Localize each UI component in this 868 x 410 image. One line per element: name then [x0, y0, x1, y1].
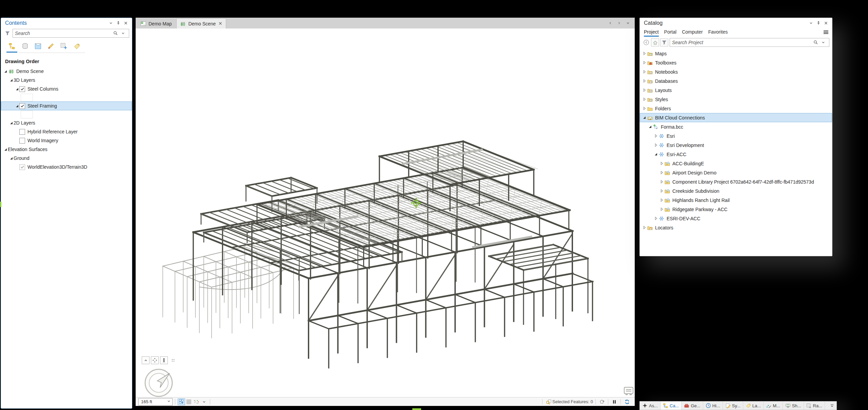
- collapsed-expander-icon[interactable]: [659, 189, 664, 193]
- pin-icon[interactable]: [115, 20, 122, 26]
- close-icon[interactable]: [122, 20, 129, 26]
- chevron-down-icon[interactable]: [625, 20, 631, 26]
- collapsed-expander-icon[interactable]: [653, 143, 658, 148]
- expanded-expander-icon[interactable]: [642, 115, 647, 120]
- tree-item-esri[interactable]: Esri: [640, 131, 832, 141]
- expanded-expander-icon[interactable]: [15, 104, 19, 108]
- expanded-expander-icon[interactable]: [9, 120, 14, 125]
- collapsed-expander-icon[interactable]: [642, 106, 647, 111]
- tree-item-bim-cloud-connections[interactable]: ABIM Cloud Connections: [640, 113, 832, 122]
- tree-item-elevation-surfaces[interactable]: Elevation Surfaces: [1, 145, 132, 154]
- expanded-expander-icon[interactable]: [3, 147, 8, 152]
- close-icon[interactable]: [823, 20, 829, 26]
- tree-item-world-imagery[interactable]: World Imagery: [1, 136, 132, 145]
- expanded-expander-icon[interactable]: [9, 78, 14, 82]
- dock-tab-overflow-icon[interactable]: [828, 402, 836, 410]
- dock-tab-sh[interactable]: Sh...: [783, 402, 804, 410]
- tree-item-component-library-project-6702a642-64f7-[interactable]: Component Library Project 6702a642-64f7-…: [640, 177, 832, 186]
- tree-item-demo-scene[interactable]: Demo Scene: [1, 67, 132, 76]
- legend-swatch[interactable]: [21, 111, 33, 118]
- list-by-snapping-icon[interactable]: [57, 41, 70, 51]
- tree-item-esri-dev-acc[interactable]: ESRI-DEV-ACC: [640, 214, 832, 223]
- menu-hamburger-icon[interactable]: [823, 30, 829, 36]
- collapsed-expander-icon[interactable]: [642, 97, 647, 102]
- tree-item-styles[interactable]: Styles: [640, 95, 832, 104]
- collapsed-expander-icon[interactable]: [642, 88, 647, 93]
- collapsed-expander-icon[interactable]: [642, 79, 647, 83]
- nav-walk-icon[interactable]: [160, 356, 168, 364]
- dock-tab-as[interactable]: As...: [640, 402, 660, 410]
- contents-search-input[interactable]: Search: [13, 29, 129, 38]
- grid-toggle-icon[interactable]: [185, 398, 193, 405]
- tree-item-worldelevation3d-terrain3d[interactable]: WorldElevation3D/Terrain3D: [1, 163, 132, 171]
- collapsed-expander-icon[interactable]: [642, 225, 647, 230]
- layer-visibility-checkbox[interactable]: [19, 138, 25, 144]
- catalog-search-input[interactable]: Search Project: [670, 38, 829, 47]
- collapsed-expander-icon[interactable]: [659, 161, 664, 166]
- layer-visibility-checkbox[interactable]: [19, 86, 25, 92]
- tree-item-toolboxes[interactable]: Toolboxes: [640, 58, 832, 67]
- refresh-icon[interactable]: [623, 398, 631, 405]
- collapsed-expander-icon[interactable]: [659, 207, 664, 212]
- collapsed-expander-icon[interactable]: [659, 198, 664, 203]
- chevron-down-icon[interactable]: [119, 30, 127, 37]
- expanded-expander-icon[interactable]: [15, 87, 19, 91]
- tree-item-airport-design-demo[interactable]: Airport Design Demo: [640, 168, 832, 177]
- tree-item-3d-layers[interactable]: 3D Layers: [1, 76, 132, 85]
- expanded-expander-icon[interactable]: [3, 69, 8, 74]
- chevron-down-icon[interactable]: [820, 39, 827, 46]
- collapsed-expander-icon[interactable]: [659, 180, 664, 184]
- select-polygon-icon[interactable]: [598, 398, 606, 405]
- tree-item-ridgegate-parkway-acc[interactable]: Ridgegate Parkway - ACC: [640, 205, 832, 214]
- tree-item-hybrid-reference-layer[interactable]: Hybrid Reference Layer: [1, 127, 132, 136]
- chevron-left-icon[interactable]: [607, 20, 614, 26]
- tree-item-acc-buildinge[interactable]: ACC-BuildingE: [640, 159, 832, 168]
- chevron-right-icon[interactable]: [616, 20, 623, 26]
- chevron-down-icon[interactable]: [107, 20, 114, 26]
- catalog-tab-computer[interactable]: Computer: [682, 29, 703, 37]
- list-by-data-source-icon[interactable]: [19, 41, 32, 51]
- scale-combo[interactable]: 165 ft: [138, 398, 173, 406]
- list-by-editing-icon[interactable]: [44, 41, 57, 51]
- chevron-down-icon[interactable]: [808, 20, 814, 26]
- dock-tab-hi[interactable]: Hi...: [703, 402, 723, 410]
- dock-tab-ge[interactable]: Ge...: [682, 402, 703, 410]
- back-icon[interactable]: [643, 39, 650, 46]
- home-icon[interactable]: [651, 38, 659, 46]
- filter-icon[interactable]: [660, 38, 668, 46]
- catalog-tab-favorites[interactable]: Favorites: [708, 29, 728, 37]
- tree-item-steel-framing[interactable]: Steel Framing: [1, 101, 132, 110]
- tree-item-creekside-subdivision[interactable]: Creekside Subdivision: [640, 186, 832, 195]
- nav-collapse-icon[interactable]: [142, 356, 150, 364]
- tree-item-2d-layers[interactable]: 2D Layers: [1, 118, 132, 127]
- close-tab-icon[interactable]: [218, 21, 222, 26]
- legend-swatch[interactable]: [21, 94, 33, 101]
- collapsed-expander-icon[interactable]: [642, 70, 647, 74]
- tree-item-highlands-ranch-light-rail[interactable]: Highlands Ranch Light Rail: [640, 195, 832, 205]
- collapsed-expander-icon[interactable]: [659, 170, 664, 175]
- tree-item-esri-development[interactable]: Esri Development: [640, 141, 832, 150]
- selection-magnifier-icon[interactable]: [545, 398, 552, 405]
- catalog-tab-portal[interactable]: Portal: [664, 29, 677, 37]
- list-by-labeling-icon[interactable]: [70, 41, 83, 51]
- dock-tab-sy[interactable]: Sy...: [723, 402, 743, 410]
- dock-tab-ca[interactable]: Ca...: [660, 402, 682, 410]
- tree-item-ground[interactable]: Ground: [1, 154, 132, 163]
- tree-item-layouts[interactable]: Layouts: [640, 86, 832, 95]
- tree-item-locators[interactable]: Locators: [640, 223, 832, 232]
- tree-item-maps[interactable]: Maps: [640, 49, 832, 58]
- pin-icon[interactable]: [815, 20, 822, 26]
- catalog-tab-project[interactable]: Project: [644, 29, 659, 37]
- tab-demo-map[interactable]: Demo Map: [137, 19, 175, 29]
- filter-icon[interactable]: [4, 30, 11, 37]
- scene-viewport[interactable]: [136, 29, 635, 397]
- expanded-expander-icon[interactable]: [648, 125, 652, 129]
- scene-notes-icon[interactable]: [623, 386, 634, 397]
- collapsed-expander-icon[interactable]: [642, 60, 647, 65]
- pause-drawing-icon[interactable]: [611, 398, 618, 405]
- nav-pan-icon[interactable]: [151, 356, 159, 364]
- collapsed-expander-icon[interactable]: [642, 51, 647, 56]
- list-by-selection-icon[interactable]: [32, 41, 44, 51]
- dock-tab-m[interactable]: M...: [764, 402, 783, 410]
- tree-item-databases[interactable]: Databases: [640, 76, 832, 86]
